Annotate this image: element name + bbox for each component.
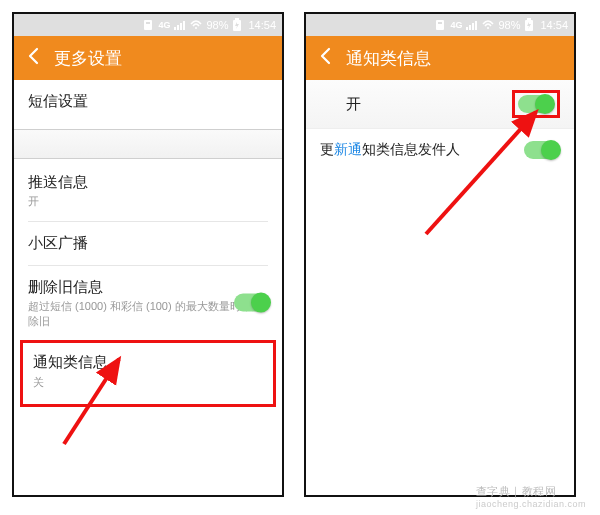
toggle-master-highlight (512, 90, 560, 118)
clock: 14:54 (248, 19, 276, 31)
sim-icon (142, 19, 154, 31)
svg-rect-5 (183, 21, 185, 30)
item-master-switch[interactable]: 开 (306, 80, 574, 129)
back-icon[interactable] (316, 46, 336, 71)
section-divider (14, 129, 282, 159)
wifi-icon (482, 20, 494, 30)
item-label: 通知类信息 (33, 353, 263, 372)
svg-rect-12 (466, 27, 468, 30)
watermark-line2: jiaocheng.chazidian.com (476, 499, 586, 509)
item-delete-old[interactable]: 删除旧信息 超过短信 (1000) 和彩信 (100) 的最大数量时，删除旧 (14, 266, 282, 341)
phone-left: 4G 98% 14:54 更多设置 短信设置 (12, 12, 284, 497)
svg-rect-15 (475, 21, 477, 30)
back-icon[interactable] (24, 46, 44, 71)
phone-right: 4G 98% 14:54 通知类信息 开 (304, 12, 576, 497)
clock: 14:54 (540, 19, 568, 31)
svg-rect-13 (469, 25, 471, 30)
svg-rect-10 (436, 20, 444, 30)
item-cell-broadcast[interactable]: 小区广播 (14, 222, 282, 265)
header-bar: 通知类信息 (306, 36, 574, 80)
signal-icon (466, 20, 478, 30)
status-bar: 4G 98% 14:54 (306, 14, 574, 36)
svg-rect-2 (174, 27, 176, 30)
item-sublabel: 开 (28, 194, 268, 209)
item-label: 开 (320, 95, 512, 114)
svg-rect-8 (235, 18, 239, 20)
item-notice-info-highlight[interactable]: 通知类信息 关 (20, 340, 276, 407)
toggle-delete-old[interactable] (234, 293, 270, 314)
network-4g-icon: 4G (158, 20, 170, 30)
svg-rect-4 (180, 23, 182, 30)
watermark-line1: 查字典｜教程网 (476, 485, 557, 497)
settings-list: 短信设置 推送信息 开 小区广播 删除旧信息 超过短信 (1000) 和彩信 (… (14, 80, 282, 495)
item-sms-settings[interactable]: 短信设置 (14, 80, 282, 123)
svg-rect-3 (177, 25, 179, 30)
item-sublabel: 超过短信 (1000) 和彩信 (100) 的最大数量时，删除旧 (28, 299, 268, 329)
sim-icon (434, 19, 446, 31)
toggle-master[interactable] (518, 95, 554, 113)
header-bar: 更多设置 (14, 36, 282, 80)
page-title: 通知类信息 (346, 47, 431, 70)
watermark: 查字典｜教程网 jiaocheng.chazidian.com (476, 484, 586, 509)
svg-point-6 (195, 27, 197, 29)
settings-list: 开 更新通知类信息发件人 (306, 80, 574, 495)
item-update-senders[interactable]: 更新通知类信息发件人 (306, 129, 574, 171)
item-push-info[interactable]: 推送信息 开 (14, 161, 282, 221)
svg-rect-18 (527, 18, 531, 20)
wifi-icon (190, 20, 202, 30)
item-label: 短信设置 (28, 92, 268, 111)
signal-icon (174, 20, 186, 30)
battery-percent: 98% (498, 19, 520, 31)
svg-rect-14 (472, 23, 474, 30)
battery-percent: 98% (206, 19, 228, 31)
svg-rect-11 (438, 22, 442, 24)
item-label: 小区广播 (28, 234, 268, 253)
item-label: 推送信息 (28, 173, 268, 192)
svg-rect-0 (144, 20, 152, 30)
network-4g-icon: 4G (450, 20, 462, 30)
battery-charging-icon (524, 18, 534, 32)
item-label: 更新通知类信息发件人 (320, 141, 460, 159)
battery-charging-icon (232, 18, 242, 32)
page-title: 更多设置 (54, 47, 122, 70)
status-bar: 4G 98% 14:54 (14, 14, 282, 36)
svg-rect-1 (146, 22, 150, 24)
item-sublabel: 关 (33, 375, 263, 390)
toggle-update-senders[interactable] (524, 141, 560, 159)
svg-point-16 (487, 27, 489, 29)
item-label: 删除旧信息 (28, 278, 268, 297)
